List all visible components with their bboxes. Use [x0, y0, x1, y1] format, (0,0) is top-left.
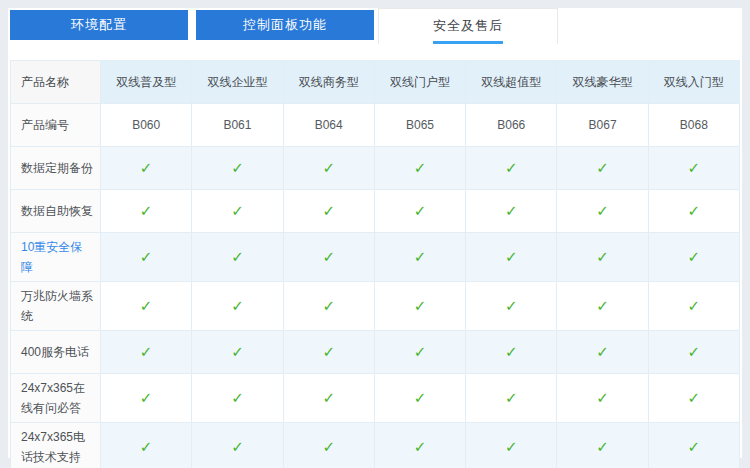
- feature-cell: ✓: [557, 423, 648, 468]
- column-header: 双线入门型: [648, 61, 739, 104]
- check-icon: ✓: [688, 389, 701, 406]
- check-icon: ✓: [414, 438, 427, 455]
- check-icon: ✓: [688, 438, 701, 455]
- check-icon: ✓: [231, 297, 244, 314]
- check-icon: ✓: [505, 202, 518, 219]
- column-header: 双线企业型: [192, 61, 283, 104]
- feature-cell: ✓: [192, 282, 283, 331]
- check-icon: ✓: [688, 202, 701, 219]
- column-header: 双线商务型: [283, 61, 374, 104]
- feature-cell: ✓: [101, 331, 192, 374]
- check-icon: ✓: [414, 248, 427, 265]
- feature-cell: ✓: [283, 331, 374, 374]
- table-row: 24x7x365电话技术支持✓✓✓✓✓✓✓: [11, 423, 740, 468]
- feature-cell: ✓: [557, 190, 648, 233]
- check-icon: ✓: [596, 248, 609, 265]
- check-icon: ✓: [414, 159, 427, 176]
- row-label: 产品编号: [11, 104, 101, 147]
- feature-cell: ✓: [557, 147, 648, 190]
- check-icon: ✓: [596, 343, 609, 360]
- active-tab-indicator: [433, 41, 503, 44]
- feature-cell: ✓: [466, 147, 557, 190]
- feature-cell: ✓: [192, 233, 283, 282]
- check-icon: ✓: [596, 159, 609, 176]
- feature-cell: ✓: [557, 331, 648, 374]
- feature-cell: ✓: [374, 423, 465, 468]
- check-icon: ✓: [140, 159, 153, 176]
- feature-cell: ✓: [374, 147, 465, 190]
- feature-cell: ✓: [557, 233, 648, 282]
- product-comparison-table: 产品名称双线普及型双线企业型双线商务型双线门户型双线超值型双线豪华型双线入门型 …: [10, 60, 740, 468]
- row-label: 24x7x365在线有问必答: [11, 374, 101, 423]
- table-row: 10重安全保障✓✓✓✓✓✓✓: [11, 233, 740, 282]
- check-icon: ✓: [414, 389, 427, 406]
- feature-cell: ✓: [283, 147, 374, 190]
- column-header: 双线门户型: [374, 61, 465, 104]
- check-icon: ✓: [414, 343, 427, 360]
- check-icon: ✓: [505, 159, 518, 176]
- feature-cell: ✓: [101, 147, 192, 190]
- check-icon: ✓: [596, 297, 609, 314]
- check-icon: ✓: [322, 389, 335, 406]
- feature-cell: ✓: [557, 374, 648, 423]
- check-icon: ✓: [322, 248, 335, 265]
- tab-security-aftersales[interactable]: 安全及售后: [378, 8, 558, 44]
- feature-cell: ✓: [101, 374, 192, 423]
- feature-cell: ✓: [283, 190, 374, 233]
- column-header: 双线豪华型: [557, 61, 648, 104]
- row-label: 24x7x365电话技术支持: [11, 423, 101, 468]
- row-label-link[interactable]: 10重安全保障: [11, 233, 101, 282]
- feature-cell: ✓: [283, 282, 374, 331]
- check-icon: ✓: [688, 297, 701, 314]
- table-row: 数据自助恢复✓✓✓✓✓✓✓: [11, 190, 740, 233]
- feature-cell: ✓: [466, 374, 557, 423]
- table-row: 万兆防火墙系统✓✓✓✓✓✓✓: [11, 282, 740, 331]
- check-icon: ✓: [596, 438, 609, 455]
- feature-cell: ✓: [466, 190, 557, 233]
- check-icon: ✓: [322, 297, 335, 314]
- feature-cell: ✓: [648, 282, 739, 331]
- check-icon: ✓: [140, 389, 153, 406]
- check-icon: ✓: [231, 248, 244, 265]
- column-header: 双线超值型: [466, 61, 557, 104]
- check-icon: ✓: [688, 159, 701, 176]
- header-row: 产品名称双线普及型双线企业型双线商务型双线门户型双线超值型双线豪华型双线入门型: [11, 61, 740, 104]
- check-icon: ✓: [140, 248, 153, 265]
- feature-cell: ✓: [101, 190, 192, 233]
- column-header: 双线普及型: [101, 61, 192, 104]
- row-label: 数据自助恢复: [11, 190, 101, 233]
- check-icon: ✓: [231, 343, 244, 360]
- row-label: 数据定期备份: [11, 147, 101, 190]
- feature-cell: ✓: [648, 233, 739, 282]
- product-code-cell: B064: [283, 104, 374, 147]
- tab-environment-config[interactable]: 环境配置: [10, 10, 188, 40]
- check-icon: ✓: [140, 343, 153, 360]
- table-row: 数据定期备份✓✓✓✓✓✓✓: [11, 147, 740, 190]
- feature-cell: ✓: [374, 331, 465, 374]
- check-icon: ✓: [505, 343, 518, 360]
- feature-cell: ✓: [466, 233, 557, 282]
- check-icon: ✓: [231, 389, 244, 406]
- feature-cell: ✓: [648, 423, 739, 468]
- feature-cell: ✓: [192, 190, 283, 233]
- check-icon: ✓: [322, 202, 335, 219]
- check-icon: ✓: [688, 248, 701, 265]
- feature-cell: ✓: [101, 233, 192, 282]
- check-icon: ✓: [231, 202, 244, 219]
- feature-cell: ✓: [648, 147, 739, 190]
- tab-control-panel-features[interactable]: 控制面板功能: [196, 10, 374, 40]
- product-code-cell: B067: [557, 104, 648, 147]
- row-label: 400服务电话: [11, 331, 101, 374]
- feature-cell: ✓: [374, 190, 465, 233]
- check-icon: ✓: [505, 389, 518, 406]
- feature-cell: ✓: [648, 190, 739, 233]
- check-icon: ✓: [596, 389, 609, 406]
- feature-cell: ✓: [192, 374, 283, 423]
- product-code-cell: B061: [192, 104, 283, 147]
- product-code-cell: B068: [648, 104, 739, 147]
- feature-cell: ✓: [466, 331, 557, 374]
- product-code-cell: B066: [466, 104, 557, 147]
- column-header-product-name: 产品名称: [11, 61, 101, 104]
- check-icon: ✓: [322, 438, 335, 455]
- feature-cell: ✓: [101, 423, 192, 468]
